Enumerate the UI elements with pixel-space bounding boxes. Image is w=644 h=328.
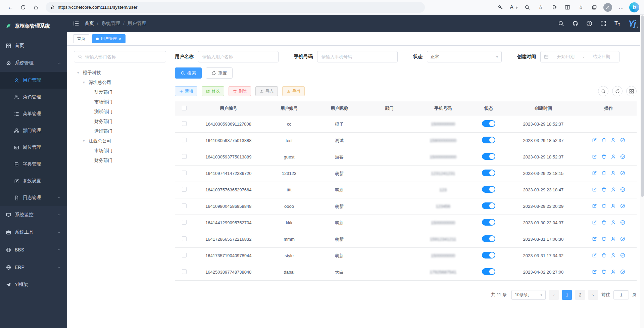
edit-button[interactable]: 修改 xyxy=(202,86,224,96)
tree-node[interactable]: ▾ 财务部门 xyxy=(74,116,166,126)
prev-page-button[interactable]: ‹ xyxy=(549,290,559,300)
delete-row-icon[interactable] xyxy=(601,138,606,143)
column-settings-button[interactable] xyxy=(626,86,637,96)
edit-row-icon[interactable] xyxy=(592,187,597,192)
font-size-button[interactable]: T T xyxy=(614,20,620,27)
reset-password-icon[interactable] xyxy=(611,154,616,159)
row-checkbox[interactable] xyxy=(182,253,187,257)
next-page-button[interactable]: › xyxy=(588,290,598,300)
status-toggle[interactable] xyxy=(482,153,495,160)
tree-node[interactable]: ▾ 测试部门 xyxy=(74,107,166,116)
sidebar-item-system[interactable]: 系统管理 xyxy=(0,54,67,72)
favorites-button[interactable]: ☆ xyxy=(576,2,586,13)
tree-node[interactable]: ▾ 研发部门 xyxy=(74,87,166,97)
delete-row-icon[interactable] xyxy=(601,203,606,208)
header-search-button[interactable] xyxy=(558,20,564,27)
assign-role-icon[interactable] xyxy=(620,187,625,192)
delete-row-icon[interactable] xyxy=(601,253,606,258)
sidebar-item-role-management[interactable]: 角色管理 xyxy=(0,89,67,105)
page-number-button[interactable]: 1 xyxy=(562,290,572,300)
row-checkbox[interactable] xyxy=(182,269,187,274)
select-all-checkbox[interactable] xyxy=(182,106,187,110)
username-input[interactable] xyxy=(198,51,279,62)
sidebar-item-dict-management[interactable]: 字典管理 xyxy=(0,156,67,173)
status-select[interactable]: 正常 ▾ xyxy=(427,51,502,62)
delete-row-icon[interactable] xyxy=(601,220,606,225)
extensions-button[interactable] xyxy=(549,2,559,13)
delete-button[interactable]: 删除 xyxy=(229,86,251,96)
delete-row-icon[interactable] xyxy=(601,236,606,241)
assign-role-icon[interactable] xyxy=(620,269,625,274)
tree-node[interactable]: ▾ 江西总公司 xyxy=(74,136,166,146)
fullscreen-button[interactable] xyxy=(600,20,606,27)
sidebar-item-user-management[interactable]: 用户管理 xyxy=(0,72,67,89)
sidebar-item-monitor[interactable]: 系统监控 xyxy=(0,206,67,224)
row-checkbox[interactable] xyxy=(182,154,187,159)
sidebar-item-log-management[interactable]: 日志管理 xyxy=(0,189,67,206)
row-checkbox[interactable] xyxy=(182,203,187,208)
status-toggle[interactable] xyxy=(482,186,495,193)
tree-node[interactable]: ▾ 运维部门 xyxy=(74,126,166,136)
edit-row-icon[interactable] xyxy=(592,220,597,225)
reset-password-icon[interactable] xyxy=(611,187,616,192)
delete-row-icon[interactable] xyxy=(601,154,606,159)
sidebar-item-dept-management[interactable]: 部门管理 xyxy=(0,122,67,139)
row-checkbox[interactable] xyxy=(182,138,187,142)
password-key-button[interactable] xyxy=(495,2,506,13)
home-button[interactable] xyxy=(30,2,42,13)
sidebar-item-menu-management[interactable]: 菜单管理 xyxy=(0,105,67,122)
status-toggle[interactable] xyxy=(482,120,495,127)
row-checkbox[interactable] xyxy=(182,236,187,241)
dept-search[interactable] xyxy=(74,51,166,62)
delete-row-icon[interactable] xyxy=(601,269,606,274)
page-size-select[interactable]: 10条/页 ▾ xyxy=(511,290,546,300)
edit-row-icon[interactable] xyxy=(592,253,597,258)
read-aloud-button[interactable]: A xyxy=(508,2,519,13)
assign-role-icon[interactable] xyxy=(620,203,625,208)
row-checkbox[interactable] xyxy=(182,171,187,175)
sidebar-collapse-button[interactable] xyxy=(73,20,79,27)
toggle-search-button[interactable] xyxy=(598,86,608,96)
phone-input[interactable] xyxy=(317,51,398,62)
back-button[interactable]: ← xyxy=(5,2,16,13)
address-bar[interactable]: https://ccnetcore.com:1101/system/user xyxy=(46,2,425,13)
assign-role-icon[interactable] xyxy=(620,220,625,225)
copilot-button[interactable]: b xyxy=(629,2,639,12)
edit-row-icon[interactable] xyxy=(592,138,597,143)
tree-node[interactable]: ▾ 橙子科技 xyxy=(74,68,166,78)
row-checkbox[interactable] xyxy=(182,220,187,225)
sidebar-item-erp[interactable]: ERP xyxy=(0,259,67,276)
reset-password-icon[interactable] xyxy=(611,171,616,176)
sidebar-item-param-settings[interactable]: 参数设置 xyxy=(0,173,67,189)
tab-home[interactable]: 首页 xyxy=(73,34,89,43)
assign-role-icon[interactable] xyxy=(620,253,625,258)
sidebar-item-home[interactable]: 首页 xyxy=(0,37,67,54)
zoom-button[interactable] xyxy=(522,2,533,13)
dept-search-input[interactable] xyxy=(85,54,162,59)
collections-button[interactable] xyxy=(589,2,600,13)
reset-button[interactable]: 重置 xyxy=(206,67,233,79)
breadcrumb-system[interactable]: 系统管理 xyxy=(101,20,120,27)
more-options-button[interactable]: … xyxy=(616,2,627,13)
tab-close-icon[interactable]: × xyxy=(119,37,121,41)
status-toggle[interactable] xyxy=(482,268,495,275)
reset-password-icon[interactable] xyxy=(611,253,616,258)
caret-down-icon[interactable]: ▾ xyxy=(77,71,83,75)
split-screen-button[interactable] xyxy=(562,2,573,13)
delete-row-icon[interactable] xyxy=(601,171,606,176)
search-button[interactable]: 搜索 xyxy=(175,67,202,79)
refresh-table-button[interactable] xyxy=(612,86,623,96)
status-toggle[interactable] xyxy=(482,137,495,143)
edit-row-icon[interactable] xyxy=(592,236,597,241)
tree-node[interactable]: ▾ 市场部门 xyxy=(74,146,166,155)
status-toggle[interactable] xyxy=(482,202,495,209)
status-toggle[interactable] xyxy=(482,219,495,226)
add-button[interactable]: 新增 xyxy=(175,86,197,96)
assign-role-icon[interactable] xyxy=(620,154,625,159)
status-toggle[interactable] xyxy=(482,170,495,176)
sidebar-item-tools[interactable]: 系统工具 xyxy=(0,224,67,241)
page-number-button[interactable]: 2 xyxy=(575,290,585,300)
tree-node[interactable]: ▾ 深圳总公司 xyxy=(74,78,166,87)
tree-node[interactable]: ▾ 财务部门 xyxy=(74,155,166,165)
add-favorite-button[interactable]: ☆ xyxy=(535,2,546,13)
